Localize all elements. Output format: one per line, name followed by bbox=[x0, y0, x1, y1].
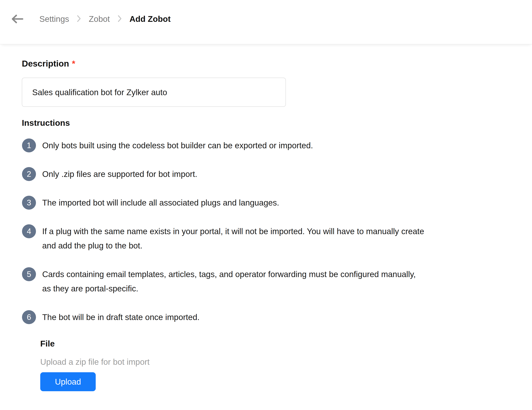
instruction-text: The bot will be in draft state once impo… bbox=[42, 310, 200, 324]
instruction-text: Only .zip files are supported for bot im… bbox=[42, 167, 197, 181]
upload-button[interactable]: Upload bbox=[40, 372, 96, 391]
instruction-text: Only bots built using the codeless bot b… bbox=[42, 138, 313, 153]
instructions-list: 1 Only bots built using the codeless bot… bbox=[22, 138, 519, 324]
required-asterisk: * bbox=[72, 59, 75, 69]
breadcrumb-item-zobot[interactable]: Zobot bbox=[89, 14, 110, 24]
file-helper-text: Upload a zip file for bot import bbox=[40, 357, 519, 367]
instruction-text: If a plug with the same name exists in y… bbox=[42, 224, 424, 253]
instruction-item: 5 Cards containing email templates, arti… bbox=[22, 267, 519, 296]
chevron-right-icon bbox=[117, 15, 122, 23]
instruction-number-badge: 4 bbox=[22, 224, 36, 238]
file-label: File bbox=[40, 339, 519, 349]
instruction-item: 6 The bot will be in draft state once im… bbox=[22, 310, 519, 324]
chevron-right-icon bbox=[76, 15, 81, 23]
instruction-item: 4 If a plug with the same name exists in… bbox=[22, 224, 519, 253]
breadcrumb: Settings Zobot Add Zobot bbox=[0, 0, 532, 24]
instruction-item: 3 The imported bot will include all asso… bbox=[22, 196, 519, 210]
description-label-text: Description bbox=[22, 59, 69, 69]
instruction-item: 1 Only bots built using the codeless bot… bbox=[22, 138, 519, 153]
instruction-number-badge: 3 bbox=[22, 196, 36, 210]
breadcrumb-item-settings[interactable]: Settings bbox=[39, 14, 69, 24]
description-input[interactable] bbox=[22, 78, 286, 107]
instruction-number-badge: 5 bbox=[22, 267, 36, 281]
instruction-item: 2 Only .zip files are supported for bot … bbox=[22, 167, 519, 181]
back-button[interactable] bbox=[11, 14, 24, 24]
description-label: Description * bbox=[22, 59, 519, 69]
instruction-number-badge: 1 bbox=[22, 138, 36, 153]
instruction-number-badge: 6 bbox=[22, 310, 36, 324]
back-arrow-icon bbox=[11, 14, 24, 24]
instruction-text: The imported bot will include all associ… bbox=[42, 196, 279, 210]
instruction-number-badge: 2 bbox=[22, 167, 36, 181]
instruction-text: Cards containing email templates, articl… bbox=[42, 267, 416, 296]
header: Settings Zobot Add Zobot bbox=[0, 0, 532, 44]
instructions-heading: Instructions bbox=[22, 118, 519, 128]
main-content: Description * Instructions 1 Only bots b… bbox=[0, 59, 532, 391]
breadcrumb-item-add-zobot: Add Zobot bbox=[130, 14, 171, 24]
file-section: File Upload a zip file for bot import Up… bbox=[40, 339, 519, 391]
